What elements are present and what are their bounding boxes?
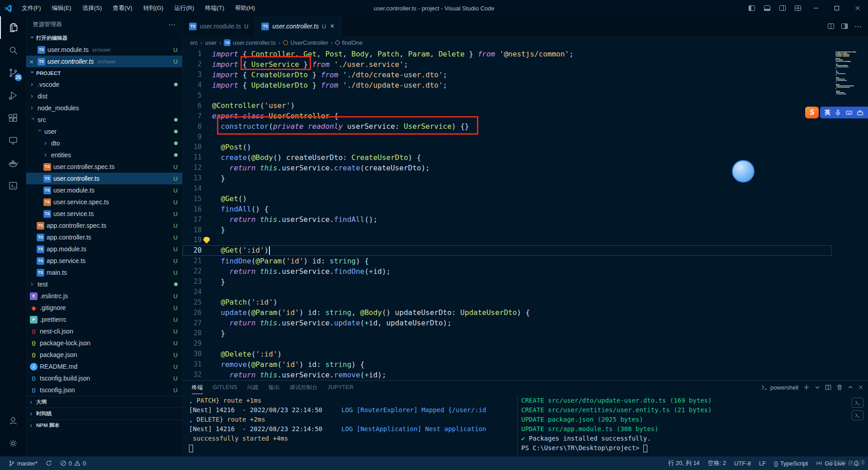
sidebar-section[interactable]: 大纲 xyxy=(26,396,182,408)
editor-tab[interactable]: TSuser.module.tsU xyxy=(183,16,255,36)
menu-item[interactable]: 运行(R) xyxy=(169,0,199,16)
code-line[interactable]: 10 @Post() xyxy=(183,142,832,152)
code-line[interactable]: 28 } xyxy=(183,328,832,338)
tree-file[interactable]: {}tsconfig.jsonU xyxy=(26,384,182,396)
account-icon[interactable] xyxy=(0,409,26,432)
panel-tab[interactable]: 问题 xyxy=(247,381,259,394)
minimize-button[interactable] xyxy=(806,0,826,16)
panel-tab[interactable]: 输出 xyxy=(269,381,280,394)
tree-file[interactable]: {}tsconfig.build.jsonU xyxy=(26,372,182,384)
sync-changes-icon[interactable] xyxy=(42,456,55,470)
tree-file[interactable]: TSapp.module.tsU xyxy=(26,243,182,255)
breadcrumb-item[interactable]: TSuser.controller.ts xyxy=(224,39,276,46)
terminal-shell-picker[interactable]: powershell xyxy=(761,384,798,391)
tree-file[interactable]: {}package.jsonU xyxy=(26,349,182,361)
panel-tab[interactable]: JUPYTER xyxy=(328,381,354,394)
terminal-left[interactable]: , PATCH} route +1ms[Nest] 14216 - 2022/0… xyxy=(183,396,518,456)
tree-folder[interactable]: test xyxy=(26,278,182,290)
tree-file[interactable]: iREADME.mdU xyxy=(26,361,182,372)
code-line[interactable]: 27 return this.userService.update(+id, u… xyxy=(183,318,832,328)
remote-explorer-icon[interactable] xyxy=(0,129,26,152)
code-line[interactable]: 19 xyxy=(183,235,832,245)
keyboard-icon[interactable] xyxy=(845,109,853,116)
tree-folder[interactable]: node_modules xyxy=(26,102,182,114)
panel-tab[interactable]: 终端 xyxy=(192,381,203,394)
encoding[interactable]: UTF-8 xyxy=(731,456,754,470)
menu-item[interactable]: 选择(S) xyxy=(77,0,107,16)
breadcrumb-item[interactable]: UserController xyxy=(283,39,328,46)
source-control-icon[interactable]: 25 xyxy=(0,61,26,84)
toggle-secondary-sidebar-icon[interactable] xyxy=(775,0,790,16)
code-line[interactable]: 21 findOne(@Param('id') id: string) { xyxy=(183,256,832,266)
terminal-instance-icon[interactable] xyxy=(852,398,863,408)
tree-file[interactable]: TSuser.module.tsU xyxy=(26,184,182,196)
sidebar-section[interactable]: NPM 脚本 xyxy=(26,419,182,431)
split-terminal-icon[interactable] xyxy=(825,384,831,390)
close-icon[interactable]: × xyxy=(330,22,334,30)
eol-sequence[interactable]: LF xyxy=(756,456,769,470)
menu-item[interactable]: 查看(V) xyxy=(107,0,137,16)
tree-file[interactable]: {}nest-cli.jsonU xyxy=(26,325,182,337)
panel-tab[interactable]: GITLENS xyxy=(213,381,237,394)
more-actions-icon[interactable]: ⋯ xyxy=(168,20,176,29)
code-line[interactable]: 5 xyxy=(183,90,832,101)
code-line[interactable]: 26 update(@Param('id') id: string, @Body… xyxy=(183,307,832,318)
code-line[interactable]: 3import { CreateUserDto } from './dto/cr… xyxy=(183,70,832,80)
problems-status[interactable]: 0 0 xyxy=(57,456,89,470)
menu-item[interactable]: 编辑(E) xyxy=(47,0,77,16)
code-line[interactable]: 25 @Patch(':id') xyxy=(183,297,832,307)
code-line[interactable]: 15 @Get() xyxy=(183,193,832,204)
code-line[interactable]: 29 xyxy=(183,338,832,349)
tree-file[interactable]: TSuser.controller.tsU xyxy=(26,173,182,184)
close-icon[interactable]: × xyxy=(28,58,35,66)
menu-item[interactable]: 文件(F) xyxy=(16,0,47,16)
project-section-header[interactable]: PROJECT xyxy=(26,67,182,79)
launch-profile-chevron-icon[interactable] xyxy=(815,385,820,390)
code-line[interactable]: 11 create(@Body() createUserDto: CreateU… xyxy=(183,152,832,163)
split-editor-icon[interactable] xyxy=(827,23,835,30)
git-branch-status[interactable]: master* xyxy=(5,456,41,470)
toolbox-icon[interactable] xyxy=(857,109,863,116)
tree-file[interactable]: TSapp.controller.tsU xyxy=(26,231,182,243)
tree-file[interactable]: TSapp.controller.spec.tsU xyxy=(26,220,182,231)
tree-file[interactable]: {}package-lock.jsonU xyxy=(26,337,182,349)
ime-language-toggle[interactable]: 英 xyxy=(825,108,830,117)
tree-file[interactable]: TSuser.service.spec.tsU xyxy=(26,196,182,208)
go-live-button[interactable]: Go Live xyxy=(813,456,848,470)
kill-terminal-trash-icon[interactable] xyxy=(836,384,843,390)
language-mode[interactable]: {}TypeScript xyxy=(771,456,811,470)
code-line[interactable]: 30 @Delete(':id') xyxy=(183,349,832,359)
lightbulb-icon[interactable] xyxy=(203,237,210,242)
toggle-layout-icon[interactable] xyxy=(841,23,848,30)
toggle-panel-icon[interactable] xyxy=(760,0,775,16)
cursor-position[interactable]: 行 20, 列 14 xyxy=(665,456,703,470)
editor[interactable]: 1import { Controller, Get, Post, Body, P… xyxy=(183,49,868,380)
tree-file[interactable]: TSapp.service.tsU xyxy=(26,255,182,267)
tree-folder[interactable]: dto xyxy=(26,137,182,149)
code-line[interactable]: 14 xyxy=(183,183,832,194)
menu-item[interactable]: 帮助(H) xyxy=(230,0,260,16)
code-line[interactable]: 31 remove(@Param('id') id: string) { xyxy=(183,359,832,370)
tree-folder[interactable]: .vscode xyxy=(26,79,182,90)
tree-file[interactable]: TSuser.service.tsU xyxy=(26,208,182,220)
close-panel-icon[interactable] xyxy=(858,385,863,390)
tree-file[interactable]: ◆.gitignoreU xyxy=(26,302,182,314)
code-line[interactable]: 17 return this.userService.findAll(); xyxy=(183,214,832,225)
search-icon[interactable] xyxy=(0,39,26,61)
run-and-debug-icon[interactable] xyxy=(0,84,26,107)
panel-tab[interactable]: 调试控制台 xyxy=(290,381,318,394)
terminal-view-icon[interactable] xyxy=(0,174,26,197)
settings-gear-icon[interactable] xyxy=(0,432,26,455)
sogou-logo-icon[interactable]: S xyxy=(805,107,819,118)
breadcrumb-item[interactable]: src xyxy=(190,39,198,46)
code-line[interactable]: 20 @Get(':id') xyxy=(183,245,832,256)
docker-icon[interactable] xyxy=(0,152,26,174)
indentation[interactable]: 空格: 2 xyxy=(705,456,729,470)
tree-file[interactable]: TSuser.controller.spec.tsU xyxy=(26,161,182,173)
tree-folder[interactable]: dist xyxy=(26,90,182,102)
tree-folder[interactable]: src xyxy=(26,114,182,126)
maximize-button[interactable] xyxy=(826,0,847,16)
close-button[interactable] xyxy=(847,0,868,16)
code-line[interactable]: 16 findAll() { xyxy=(183,204,832,214)
menu-item[interactable]: 转到(G) xyxy=(138,0,169,16)
